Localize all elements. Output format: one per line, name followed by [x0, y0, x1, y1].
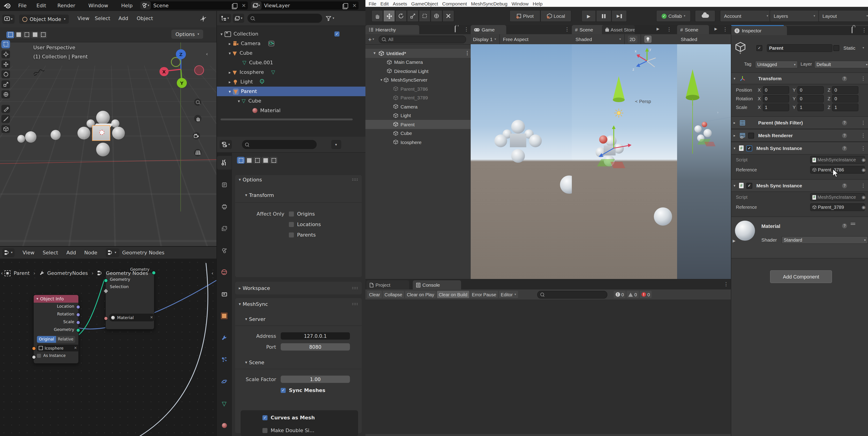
game-tab[interactable]: Game	[471, 25, 506, 34]
material-preview-sphere[interactable]	[735, 221, 755, 241]
tab-scroll-arrow[interactable]: ▶	[657, 27, 659, 31]
hierarchy-row-scene[interactable]: ▾ Untitled* ⋮	[365, 49, 471, 58]
foldout-icon[interactable]: ▾	[734, 76, 736, 81]
tab-collection-props[interactable]	[217, 287, 231, 301]
foldout-icon[interactable]: ▸	[734, 133, 736, 138]
object-field[interactable]: Icosphere ✕	[37, 345, 79, 351]
node-menu-view[interactable]: View	[21, 250, 36, 256]
hierarchy-row[interactable]: Camera	[365, 102, 471, 111]
scale-y-field[interactable]: 1	[798, 104, 824, 111]
inspector-menu-icon[interactable]: ⋮	[862, 27, 867, 33]
properties-editor-type-button[interactable]: ▾	[220, 140, 232, 149]
object-picker-icon[interactable]: ◉	[862, 205, 866, 210]
script-field[interactable]: # MeshSyncInstance	[810, 193, 865, 201]
rotation-z-field[interactable]: 0	[832, 95, 859, 103]
hierarchy-row[interactable]: Directional Light	[365, 66, 471, 76]
sidebar-collapse-arrow[interactable]: ‹	[206, 51, 208, 57]
scale-tool[interactable]	[407, 10, 419, 22]
hierarchy-row-parent-selected[interactable]: Parent	[365, 120, 471, 129]
floor-sphere[interactable]	[25, 131, 36, 143]
gizmo-z-label[interactable]: Z	[179, 52, 183, 57]
geometry-socket[interactable]	[76, 328, 80, 332]
object-input-socket[interactable]	[32, 346, 36, 351]
tab-world[interactable]	[217, 265, 231, 279]
u-menu-assets[interactable]: Assets	[393, 1, 407, 6]
menu-window[interactable]: Window	[87, 2, 110, 8]
script-field[interactable]: # MeshSyncInstance	[810, 156, 865, 164]
collapse-button[interactable]: Collapse	[383, 291, 404, 298]
component-enabled-checkbox[interactable]	[746, 145, 752, 151]
gizmo-x-label[interactable]: X	[162, 69, 166, 75]
relative-toggle[interactable]: Relative	[56, 336, 75, 343]
breadcrumb-modifier[interactable]: GeometryNodes	[47, 270, 88, 276]
cluster-sphere-left[interactable]	[78, 127, 90, 140]
original-toggle[interactable]: Original	[37, 336, 56, 343]
panel-grip[interactable]	[352, 303, 358, 306]
outliner-row-cube-child[interactable]: ▾ ▽ Cube	[217, 96, 366, 106]
tool-scale[interactable]	[1, 80, 10, 88]
object-clear-icon[interactable]: ✕	[74, 346, 77, 350]
menu-file[interactable]: File	[17, 2, 29, 8]
object-picker-icon[interactable]: ◉	[862, 157, 866, 162]
clear-button[interactable]: Clear	[367, 291, 382, 298]
clear-on-build-button[interactable]: Clear on Build	[437, 291, 469, 298]
outliner-editor-type-button[interactable]: ▾	[219, 14, 231, 23]
shading-dropdown[interactable]: Shaded	[681, 36, 697, 42]
floor-sphere[interactable]	[17, 135, 25, 143]
project-tab[interactable]: Project	[366, 280, 409, 289]
tab-output[interactable]	[217, 200, 231, 213]
node-menu-node[interactable]: Node	[83, 250, 99, 256]
create-button[interactable]: +	[368, 36, 372, 42]
outliner-scrollbar[interactable]	[220, 118, 353, 120]
geometry-input-socket[interactable]	[104, 279, 108, 283]
aspect-dropdown[interactable]: Free Aspect	[503, 36, 528, 42]
hierarchy-search-input[interactable]: All	[379, 35, 466, 43]
u-menu-gameobject[interactable]: GameObject	[411, 1, 438, 6]
panel-grip[interactable]	[352, 287, 358, 289]
scene-view-gizmo[interactable]: y x z	[631, 45, 663, 77]
cone-gizmo[interactable]	[612, 76, 626, 104]
outliner-row-icosphere[interactable]: ▸ ▼ Icosphere ▽	[217, 67, 366, 77]
mesh-renderer-header[interactable]: ▸ Mesh Renderer ⋮	[731, 129, 868, 142]
hierarchy-row[interactable]: Light	[365, 111, 471, 120]
mesh-filter-header[interactable]: ▸ Parent (Mesh Filter) ⋮	[731, 116, 868, 129]
cloud-button[interactable]	[695, 10, 715, 22]
cluster-sphere-right[interactable]	[112, 127, 125, 140]
scene-name[interactable]: Scene	[151, 2, 230, 8]
hierarchy-row[interactable]: ▾MeshSyncServer	[365, 76, 471, 84]
transform-component-header[interactable]: ▾ Transform ⋮	[731, 72, 868, 84]
cluster-sphere-top[interactable]	[96, 111, 110, 124]
u-menu-meshsyncdebug[interactable]: MeshSyncDebug	[471, 1, 507, 6]
select-mode-intersect[interactable]	[39, 31, 47, 38]
tab-object-data[interactable]: ▽	[217, 397, 231, 410]
geometry-output-socket[interactable]	[152, 271, 156, 275]
scale-factor-field[interactable]: 1.00	[281, 376, 350, 383]
local-toggle[interactable]: Local	[540, 10, 571, 22]
mesh-sync-instance-header[interactable]: ▾ # Mesh Sync Instance ⋮	[731, 142, 868, 154]
u-menu-window[interactable]: Window	[512, 1, 529, 6]
layers-dropdown[interactable]: Layers▾	[770, 10, 819, 22]
select-mode-intersect[interactable]	[270, 157, 278, 164]
scene-unlink-button[interactable]: ✕	[240, 2, 248, 8]
vp-menu-view[interactable]: View	[75, 16, 91, 22]
position-x-field[interactable]: 0	[763, 86, 789, 94]
help-icon[interactable]	[842, 120, 847, 125]
step-button[interactable]: ▶	[612, 10, 627, 22]
object-picker-icon[interactable]: ◉	[862, 195, 866, 200]
outliner-label[interactable]: Cube	[240, 50, 253, 56]
material-field[interactable]: Material ✕	[109, 314, 155, 321]
select-mode-new[interactable]	[237, 157, 245, 164]
origins-checkbox[interactable]	[289, 211, 294, 216]
scene-tab[interactable]: # Scene	[572, 25, 607, 34]
scene-menu-icon[interactable]: ⋮	[465, 50, 470, 56]
tool-select-box[interactable]	[1, 40, 10, 48]
properties-search-input[interactable]	[242, 140, 316, 149]
scene-selector[interactable]: ▾ Scene ✕	[140, 1, 248, 9]
scale-z-field[interactable]: 1	[832, 104, 859, 111]
mesh-renderer-checkbox[interactable]	[748, 133, 754, 138]
hand-tool[interactable]	[371, 10, 383, 22]
tag-dropdown[interactable]: Untagged▾	[755, 61, 798, 68]
material-input-socket[interactable]	[104, 316, 108, 320]
scene2-menu-icon[interactable]: ⋮	[723, 26, 728, 32]
account-dropdown[interactable]: Account▾	[720, 10, 772, 22]
